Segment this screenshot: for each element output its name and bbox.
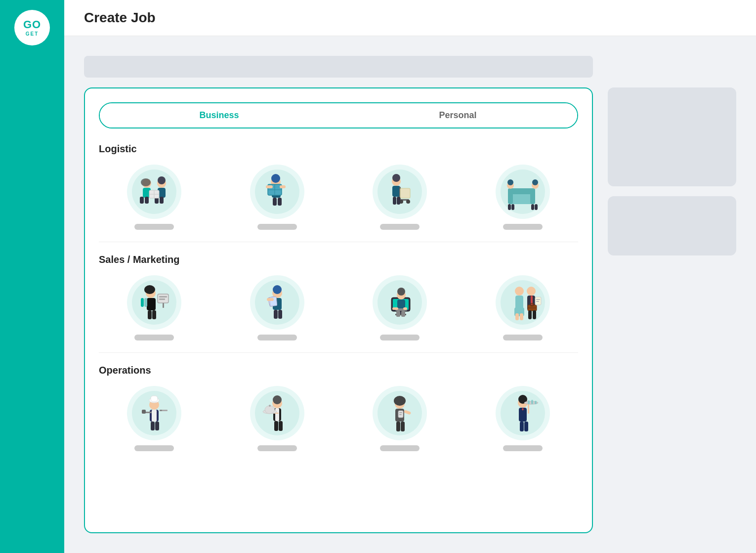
logo[interactable]: GO GET bbox=[14, 10, 50, 45]
svg-rect-56 bbox=[163, 303, 164, 308]
logistic-item-2[interactable] bbox=[222, 165, 333, 230]
sales-item-2[interactable] bbox=[222, 275, 333, 340]
right-card-2 bbox=[608, 196, 736, 255]
svg-point-89 bbox=[527, 287, 536, 296]
tab-personal[interactable]: Personal bbox=[338, 103, 577, 128]
svg-rect-107 bbox=[142, 410, 146, 414]
svg-rect-80 bbox=[401, 311, 405, 317]
ops-icon-4 bbox=[496, 386, 550, 440]
tab-business[interactable]: Business bbox=[100, 103, 338, 128]
logistic-items bbox=[99, 165, 578, 230]
svg-point-42 bbox=[507, 179, 513, 185]
logistic-icon-4 bbox=[496, 165, 550, 219]
ops-item-2[interactable] bbox=[222, 386, 333, 451]
ops-icon-1 bbox=[127, 386, 181, 440]
logistic-label-4 bbox=[503, 224, 543, 230]
svg-rect-96 bbox=[533, 310, 536, 319]
svg-rect-47 bbox=[531, 204, 534, 210]
main-area: Create Job Business Personal Logistic bbox=[64, 0, 756, 553]
logistic-label-2 bbox=[257, 224, 297, 230]
svg-rect-98 bbox=[536, 299, 540, 300]
logistic-label-1 bbox=[134, 224, 174, 230]
svg-point-2 bbox=[141, 178, 151, 186]
svg-point-7 bbox=[158, 176, 166, 184]
svg-rect-141 bbox=[528, 400, 530, 404]
svg-rect-95 bbox=[528, 310, 532, 319]
operations-items bbox=[99, 386, 578, 451]
category-operations-title: Operations bbox=[99, 365, 578, 376]
top-bar-placeholder bbox=[84, 56, 593, 78]
svg-rect-5 bbox=[145, 197, 149, 204]
sales-label-1 bbox=[134, 335, 174, 340]
svg-rect-129 bbox=[399, 414, 402, 415]
svg-rect-23 bbox=[273, 198, 277, 206]
svg-rect-105 bbox=[152, 410, 157, 422]
svg-rect-54 bbox=[159, 296, 167, 298]
sales-icon-1 bbox=[127, 275, 181, 330]
svg-rect-39 bbox=[508, 188, 513, 204]
svg-rect-144 bbox=[520, 422, 524, 431]
svg-rect-68 bbox=[274, 310, 278, 319]
ops-item-3[interactable] bbox=[344, 386, 456, 451]
page-title: Create Job bbox=[84, 10, 156, 26]
svg-rect-67 bbox=[267, 298, 274, 301]
svg-rect-57 bbox=[141, 298, 144, 307]
svg-rect-28 bbox=[392, 186, 400, 197]
svg-rect-143 bbox=[535, 401, 537, 404]
category-sales: Sales / Marketing bbox=[99, 254, 578, 353]
svg-rect-122 bbox=[279, 421, 283, 431]
svg-rect-121 bbox=[274, 421, 278, 431]
sales-icon-2 bbox=[250, 275, 304, 330]
svg-point-120 bbox=[269, 405, 271, 407]
sales-item-4[interactable] bbox=[467, 275, 579, 340]
sales-items bbox=[99, 275, 578, 340]
content-area: Business Personal Logistic bbox=[64, 36, 756, 553]
svg-rect-4 bbox=[140, 197, 144, 204]
header: Create Job bbox=[64, 0, 756, 36]
sales-item-1[interactable] bbox=[99, 275, 210, 340]
logistic-icon-2 bbox=[250, 165, 304, 219]
sales-item-3[interactable] bbox=[344, 275, 456, 340]
svg-point-63 bbox=[273, 285, 282, 294]
svg-point-114 bbox=[273, 395, 282, 404]
logo-go: GO bbox=[23, 19, 41, 31]
svg-rect-128 bbox=[399, 412, 402, 413]
svg-rect-77 bbox=[397, 299, 405, 308]
ops-item-4[interactable] bbox=[467, 386, 579, 451]
svg-point-51 bbox=[144, 285, 155, 294]
svg-rect-88 bbox=[520, 313, 523, 320]
svg-rect-35 bbox=[397, 197, 400, 205]
svg-rect-69 bbox=[278, 310, 282, 319]
left-panel: Business Personal Logistic bbox=[84, 56, 593, 533]
right-card-1 bbox=[608, 87, 736, 186]
svg-rect-145 bbox=[524, 422, 528, 431]
logistic-item-1[interactable] bbox=[99, 165, 210, 230]
ops-icon-3 bbox=[373, 386, 427, 440]
svg-rect-10 bbox=[160, 197, 164, 204]
logistic-item-4[interactable] bbox=[467, 165, 579, 230]
svg-rect-22 bbox=[280, 185, 286, 188]
svg-point-119 bbox=[265, 406, 275, 414]
logistic-item-3[interactable] bbox=[344, 165, 456, 230]
category-logistic: Logistic bbox=[99, 143, 578, 242]
sales-label-3 bbox=[380, 335, 420, 340]
svg-point-125 bbox=[394, 396, 406, 406]
svg-point-27 bbox=[392, 174, 400, 182]
svg-rect-58 bbox=[144, 298, 147, 307]
sales-icon-4 bbox=[496, 275, 550, 330]
svg-rect-99 bbox=[536, 301, 539, 302]
svg-rect-60 bbox=[152, 310, 156, 319]
sales-icon-3 bbox=[373, 275, 427, 330]
ops-item-1[interactable] bbox=[99, 386, 210, 451]
logo-get: GET bbox=[26, 31, 39, 37]
svg-rect-109 bbox=[160, 410, 162, 411]
svg-rect-48 bbox=[535, 204, 538, 210]
svg-rect-81 bbox=[392, 307, 398, 310]
logistic-icon-1 bbox=[127, 165, 181, 219]
ops-label-4 bbox=[503, 445, 543, 451]
svg-rect-132 bbox=[401, 422, 405, 431]
category-sales-title: Sales / Marketing bbox=[99, 254, 578, 265]
svg-rect-82 bbox=[403, 307, 407, 310]
svg-rect-46 bbox=[511, 204, 514, 210]
svg-rect-116 bbox=[275, 408, 279, 421]
